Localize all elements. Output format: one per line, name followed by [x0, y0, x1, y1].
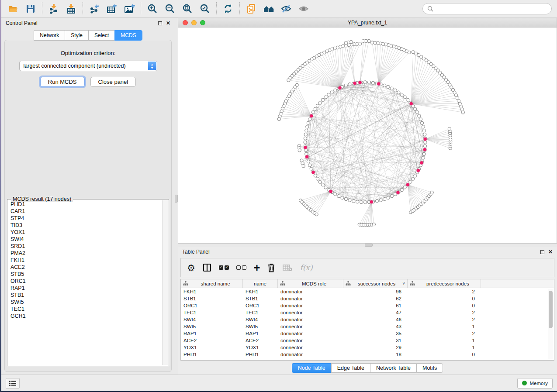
- ring-node[interactable]: [334, 89, 337, 92]
- fan-node[interactable]: [344, 41, 347, 45]
- tab-style[interactable]: Style: [65, 30, 88, 41]
- mcds-result-item[interactable]: TID3: [9, 222, 162, 229]
- ring-node[interactable]: [424, 144, 427, 148]
- delete-column-trash-icon[interactable]: [267, 263, 275, 272]
- tab-edge-table[interactable]: Edge Table: [331, 363, 370, 373]
- tab-mcds[interactable]: MCDS: [114, 30, 142, 41]
- mcds-result-item[interactable]: RAP1: [9, 285, 162, 292]
- ring-node[interactable]: [348, 199, 351, 202]
- ring-node[interactable]: [422, 125, 425, 128]
- column-header-name[interactable]: name: [243, 279, 278, 288]
- ring-node[interactable]: [306, 125, 309, 128]
- ring-node[interactable]: [375, 199, 378, 203]
- ring-node[interactable]: [307, 160, 310, 163]
- float-table-panel-icon[interactable]: [540, 250, 544, 254]
- hide-selected-icon[interactable]: [280, 3, 292, 14]
- ring-node[interactable]: [421, 121, 424, 124]
- table-row[interactable]: TEC1TEC1connector472: [181, 309, 554, 316]
- ring-node[interactable]: [419, 118, 422, 121]
- ring-node[interactable]: [363, 81, 367, 84]
- fan-node[interactable]: [277, 117, 280, 120]
- ring-node[interactable]: [310, 167, 313, 170]
- fan-node[interactable]: [412, 51, 415, 54]
- ring-node[interactable]: [304, 137, 307, 140]
- dominator-node[interactable]: [353, 81, 356, 85]
- ring-node[interactable]: [390, 87, 393, 90]
- dominator-node[interactable]: [423, 138, 427, 141]
- mcds-result-list[interactable]: PHD1CAR1STP4TID3YOX1SWI4SRD1PMA2FKH1ACE2…: [9, 201, 162, 364]
- tab-node-table[interactable]: Node Table: [292, 363, 331, 373]
- mcds-result-item[interactable]: YOX1: [9, 229, 162, 236]
- ring-node[interactable]: [314, 107, 317, 110]
- deselect-all-icon[interactable]: [236, 265, 246, 270]
- show-all-icon[interactable]: [298, 3, 309, 14]
- dominator-node[interactable]: [311, 170, 315, 174]
- show-columns-icon[interactable]: [203, 263, 211, 272]
- table-row[interactable]: YOX1YOX1connector291: [181, 344, 554, 351]
- ring-node[interactable]: [304, 141, 307, 144]
- ring-node[interactable]: [316, 177, 319, 180]
- task-history-button[interactable]: [6, 378, 20, 389]
- ring-node[interactable]: [348, 83, 351, 86]
- ring-node[interactable]: [411, 177, 414, 180]
- ring-node[interactable]: [324, 96, 327, 99]
- ring-node[interactable]: [337, 195, 340, 198]
- dominator-node[interactable]: [305, 155, 308, 158]
- mcds-result-item[interactable]: ORC1: [9, 278, 162, 285]
- mcds-result-item[interactable]: ACE2: [9, 264, 162, 271]
- search-field[interactable]: [422, 3, 552, 14]
- table-options-gear-icon[interactable]: ⚙: [187, 263, 195, 272]
- ring-node[interactable]: [341, 196, 344, 199]
- export-image-icon[interactable]: [124, 3, 135, 14]
- table-scrollbar-thumb[interactable]: [549, 291, 553, 328]
- ring-node[interactable]: [394, 89, 397, 92]
- ring-node[interactable]: [327, 93, 330, 96]
- network-canvas[interactable]: [178, 28, 557, 243]
- fan-node[interactable]: [315, 213, 318, 216]
- import-network-icon[interactable]: [48, 3, 59, 14]
- zoom-out-icon[interactable]: [164, 3, 176, 14]
- ring-node[interactable]: [344, 198, 347, 201]
- dominator-node[interactable]: [406, 183, 409, 186]
- close-table-panel-icon[interactable]: ✕: [548, 250, 553, 254]
- mcds-result-item[interactable]: GCR1: [9, 313, 162, 320]
- select-all-icon[interactable]: ✓✓: [219, 265, 229, 270]
- ring-node[interactable]: [308, 164, 311, 167]
- ring-node[interactable]: [316, 104, 319, 107]
- dominator-node[interactable]: [370, 200, 373, 203]
- ring-node[interactable]: [324, 186, 327, 189]
- dominator-node[interactable]: [377, 82, 381, 86]
- ring-node[interactable]: [307, 121, 310, 124]
- refresh-view-icon[interactable]: [222, 3, 234, 14]
- ring-node[interactable]: [423, 133, 426, 136]
- ring-node[interactable]: [314, 174, 317, 177]
- ring-node[interactable]: [305, 129, 308, 132]
- mcds-result-item[interactable]: SWI5: [9, 299, 162, 306]
- mcds-result-item[interactable]: PHD1: [9, 201, 162, 208]
- ring-node[interactable]: [403, 96, 406, 99]
- ring-node[interactable]: [352, 199, 355, 203]
- mcds-result-item[interactable]: STB1: [9, 292, 162, 299]
- import-table-icon[interactable]: [66, 3, 77, 14]
- ring-node[interactable]: [311, 111, 315, 114]
- ring-node[interactable]: [304, 133, 307, 136]
- ring-node[interactable]: [344, 84, 347, 87]
- float-panel-icon[interactable]: [158, 21, 162, 25]
- memory-button[interactable]: Memory: [517, 378, 553, 389]
- dominator-node[interactable]: [338, 86, 342, 89]
- dominator-node[interactable]: [304, 146, 307, 149]
- table-row[interactable]: ACE2ACE2connector311: [181, 337, 554, 344]
- open-session-icon[interactable]: [7, 3, 19, 14]
- ring-node[interactable]: [400, 93, 403, 96]
- ring-node[interactable]: [422, 156, 425, 159]
- ring-node[interactable]: [363, 201, 367, 204]
- mcds-result-item[interactable]: FKH1: [9, 257, 162, 264]
- ring-node[interactable]: [400, 188, 403, 191]
- dominator-node[interactable]: [420, 161, 423, 165]
- ring-node[interactable]: [406, 98, 409, 101]
- zoom-in-icon[interactable]: [147, 3, 158, 14]
- result-list-scrollbar[interactable]: [162, 200, 168, 365]
- ring-node[interactable]: [321, 98, 324, 101]
- fan-node[interactable]: [460, 108, 464, 111]
- ring-node[interactable]: [418, 114, 421, 117]
